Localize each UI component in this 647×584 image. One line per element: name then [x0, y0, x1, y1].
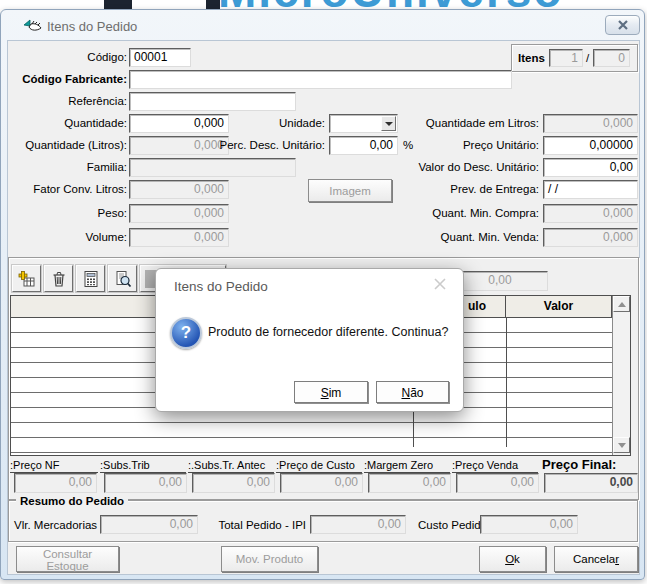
table-scrollbar[interactable]: [612, 296, 630, 455]
calculator-button[interactable]: [76, 265, 105, 292]
referencia-label: Referência:: [2, 95, 127, 108]
subs-tr-antec-field: 0,00: [192, 473, 275, 493]
background-logo-mark: [206, 0, 220, 9]
scroll-up-button[interactable]: [613, 296, 630, 312]
close-icon: [433, 277, 447, 291]
fator-conv-litros-label: Fator Conv. Litros:: [2, 183, 127, 196]
prev-entrega-label: Prev. de Entrega:: [300, 183, 539, 196]
referencia-input[interactable]: [129, 92, 296, 111]
preco-nf-field: 0,00: [14, 473, 97, 493]
quantidade-em-litros-label: Quantidade em Litros:: [300, 117, 539, 130]
preview-icon: [114, 270, 132, 288]
toolbar-total-readout: 0,00: [452, 271, 548, 291]
consultar-estoque-button[interactable]: Consultar Estoque: [16, 546, 119, 572]
itens-total-field: 0: [593, 49, 630, 67]
margem-zero-field: 0,00: [368, 473, 451, 493]
preco-unitario-input[interactable]: 0,00000: [543, 136, 638, 155]
preco-final-label: Preço Final:: [542, 458, 616, 471]
quantidade-litros-label: Quantidade (Litros):: [2, 139, 127, 152]
familia-label: Familia:: [2, 161, 127, 174]
peso-label: Peso:: [2, 207, 127, 220]
column-separator: [506, 318, 507, 447]
quantidade-em-litros-field: 0,000: [543, 114, 638, 133]
volume-field: 0,000: [129, 228, 229, 247]
itens-current-field: 1: [549, 49, 583, 67]
codigo-input[interactable]: 00001: [129, 48, 191, 67]
preco-final-field: 0,00: [544, 473, 638, 493]
window-title: Itens do Pedido: [47, 19, 137, 34]
prev-entrega-input[interactable]: / /: [543, 180, 638, 199]
valor-desc-unitario-input[interactable]: 0,00: [543, 158, 638, 177]
preco-custo-field: 0,00: [280, 473, 363, 493]
cancelar-button[interactable]: Cancelar: [554, 546, 638, 572]
subs-trib-label: :Subs.Trib: [100, 459, 186, 473]
quant-min-venda-label: Quant. Min. Venda:: [300, 231, 539, 244]
delete-icon: [50, 270, 68, 288]
table-row[interactable]: [11, 438, 612, 453]
vlr-mercadorias-field: 0,00: [100, 515, 198, 534]
quant-min-compra-field: 0,000: [543, 204, 638, 223]
codigo-label: Código:: [2, 51, 127, 64]
preco-venda-label: :Preço Venda: [452, 459, 538, 473]
codigo-fabricante-label: Código Fabricante:: [2, 73, 127, 86]
background-logo-mark: [104, 0, 132, 9]
preco-venda-field: 0,00: [456, 473, 539, 493]
screen: MicroUniverso Itens do Pedido Código: 00: [0, 0, 647, 584]
confirmation-dialog: Itens do Pedido ? Produto de fornecedor …: [155, 268, 464, 412]
ok-button[interactable]: Ok: [479, 546, 546, 572]
peso-field: 0,000: [129, 204, 229, 223]
total-pedido-ipi-label: Total Pedido - IPI: [214, 519, 306, 532]
nao-button[interactable]: Não: [376, 381, 449, 403]
quant-min-compra-label: Quant. Min. Compra:: [300, 207, 539, 220]
quantidade-label: Quantidade:: [2, 117, 127, 130]
sim-button[interactable]: Sim: [294, 381, 368, 403]
calculator-icon: [82, 270, 100, 288]
preco-unitario-label: Preço Unitário:: [300, 139, 539, 152]
volume-label: Volume:: [2, 231, 127, 244]
window-close-button[interactable]: [605, 15, 640, 35]
arrow-down-icon: [618, 443, 626, 448]
background-logo-text: MicroUniverso: [218, 0, 564, 9]
quant-min-venda-field: 0,000: [543, 228, 638, 247]
scroll-down-button[interactable]: [613, 437, 630, 453]
valor-desc-unitario-label: Valor do Desc. Unitário:: [300, 161, 539, 174]
subs-trib-field: 0,00: [104, 473, 187, 493]
preco-custo-label: :Preço de Custo: [276, 459, 362, 473]
dialog-close-button[interactable]: [433, 277, 449, 293]
arrow-up-icon: [618, 302, 626, 307]
app-paw-icon: [23, 17, 43, 33]
preview-button[interactable]: [108, 265, 137, 292]
preco-nf-label: :Preço NF: [10, 459, 98, 473]
close-icon: [617, 20, 629, 30]
dialog-message: Produto de fornecedor diferente. Continu…: [208, 325, 448, 339]
itens-separator: /: [586, 52, 589, 65]
custo-pedido-field: 0,00: [480, 515, 578, 534]
itens-label: Itens: [518, 52, 545, 65]
question-icon: ?: [170, 317, 202, 349]
window-titlebar[interactable]: Itens do Pedido: [1, 10, 644, 40]
total-pedido-ipi-field: 0,00: [310, 515, 406, 534]
codigo-fabricante-input[interactable]: [129, 70, 512, 89]
background-app-strip: MicroUniverso: [0, 0, 647, 9]
delete-item-button[interactable]: [44, 265, 73, 292]
add-item-button[interactable]: [12, 265, 41, 292]
resumo-title: Resumo do Pedido: [16, 495, 128, 508]
familia-field: [129, 158, 296, 177]
table-header-valor[interactable]: Valor: [506, 296, 612, 318]
subs-tr-antec-label: :.Subs.Tr. Antec: [188, 459, 274, 473]
table-row[interactable]: [11, 423, 612, 438]
fator-conv-litros-field: 0,000: [129, 180, 229, 199]
margem-zero-label: :Margem Zero: [364, 459, 450, 473]
dialog-title: Itens do Pedido: [174, 279, 268, 294]
add-item-icon: [18, 270, 36, 288]
vlr-mercadorias-label: Vlr. Mercadorias: [14, 519, 97, 532]
custo-pedido-label: Custo Pedido: [418, 519, 487, 532]
mov-produto-button[interactable]: Mov. Produto: [221, 546, 318, 572]
